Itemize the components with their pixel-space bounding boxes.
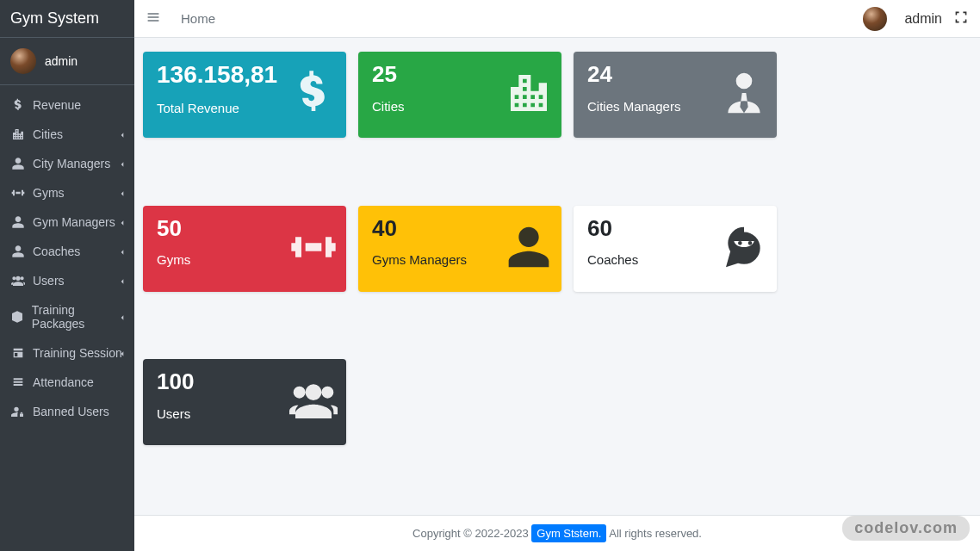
sidebar-item-label: Training Session [33,346,122,360]
sidebar-item-gyms[interactable]: Gyms [0,178,134,207]
sidebar-item-label: Revenue [33,98,81,112]
sidebar-item-training-session[interactable]: Training Session [0,338,134,368]
chevron-left-icon [119,274,126,288]
sidebar-item-training-packages[interactable]: Training Packages [0,295,134,338]
menu-toggle-button[interactable] [146,10,160,28]
stat-card-gyms[interactable]: 50Gyms [143,206,346,292]
chevron-left-icon [119,186,126,200]
sidebar-item-revenue[interactable]: Revenue [0,90,134,120]
avatar [10,48,36,74]
sidebar-item-gym-managers[interactable]: Gym Managers [0,207,134,237]
fullscreen-button[interactable] [954,10,968,28]
breadcrumb[interactable]: Home [181,11,215,26]
stat-card-users[interactable]: 100Users [143,359,346,445]
stat-card-gyms-managers[interactable]: 40Gyms Managers [358,206,561,292]
sidebar-item-coaches[interactable]: Coaches [0,237,134,266]
dumbbell-icon [289,223,338,275]
session-icon [9,346,28,360]
sidebar-item-label: Coaches [33,245,80,258]
city-icon [9,127,28,141]
stat-card-cities[interactable]: 25Cities [358,52,561,138]
chevron-left-icon [119,127,126,141]
sidebar-item-attendance[interactable]: Attendance [0,368,134,397]
topbar: Home admin [134,0,980,38]
user-icon [9,157,28,170]
sidebar-item-label: Training Packages [32,303,126,331]
sidebar-item-city-managers[interactable]: City Managers [0,149,134,178]
ninja-icon [720,223,768,275]
sidebar-item-label: Attendance [33,375,94,389]
sidebar-item-label: Banned Users [33,405,109,418]
sidebar-item-label: City Managers [33,157,110,170]
chevron-left-icon [119,215,126,229]
users-icon [289,376,338,428]
user-icon [505,223,553,275]
sidebar-username: admin [45,54,78,68]
brand-title[interactable]: Gym System [0,0,134,38]
sidebar-item-cities[interactable]: Cities [0,120,134,149]
usertie-icon [720,69,768,121]
sidebar-nav: RevenueCitiesCity ManagersGymsGym Manage… [0,85,134,551]
topbar-user[interactable]: admin [863,7,942,31]
dashboard-cards: 136.158,81Total Revenue25Cities24Cities … [134,38,980,515]
footer-rights: All rights reserved. [609,527,702,540]
sidebar-item-label: Cities [33,127,63,141]
dollar-icon [289,69,338,121]
sidebar-item-label: Gym Managers [33,215,115,229]
footer: Copyright © 2022-2023 Gym Ststem. All ri… [134,515,980,551]
sidebar-user-panel[interactable]: admin [0,38,134,85]
stat-card-total-revenue[interactable]: 136.158,81Total Revenue [143,52,346,138]
city-icon [505,69,553,121]
users-icon [9,274,28,288]
avatar [863,7,887,31]
package-icon [9,310,27,324]
footer-copyright: Copyright © 2022-2023 [412,527,529,540]
sidebar-item-label: Gyms [33,186,65,200]
chevron-left-icon [119,245,126,258]
sidebar-item-users[interactable]: Users [0,266,134,295]
footer-link[interactable]: Gym Ststem. [531,524,606,542]
sidebar-item-label: Users [33,274,65,288]
user-icon [9,245,28,258]
dumbbell-icon [9,186,28,200]
stat-card-cities-managers[interactable]: 24Cities Managers [574,52,777,138]
stat-card-coaches[interactable]: 60Coaches [574,206,777,292]
sidebar-item-banned-users[interactable]: Banned Users [0,397,134,426]
user-icon [9,215,28,229]
userlock-icon [9,405,28,418]
chevron-left-icon [119,310,126,324]
chevron-left-icon [119,157,126,170]
topbar-username: admin [904,11,942,27]
chevron-left-icon [119,346,126,360]
dollar-icon [9,98,28,112]
list-icon [9,375,28,389]
sidebar: Gym System admin RevenueCitiesCity Manag… [0,0,134,551]
